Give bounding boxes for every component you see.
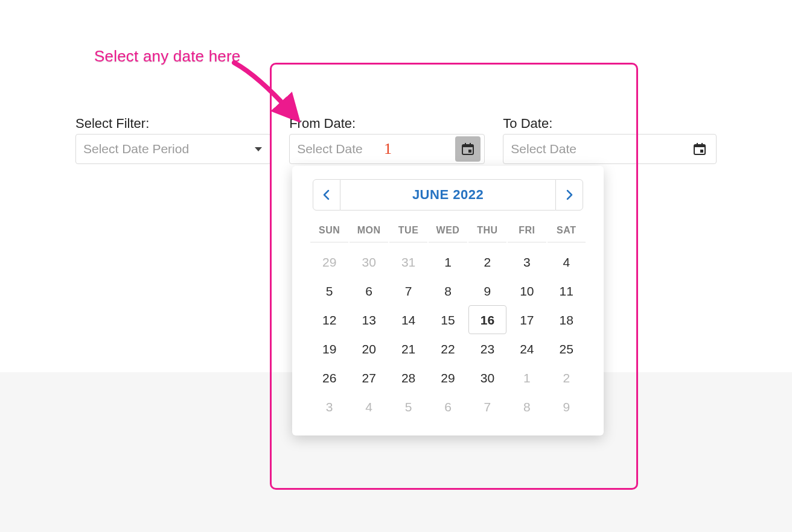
annotation-arrow-icon bbox=[228, 58, 307, 124]
chevron-down-icon bbox=[255, 147, 262, 151]
datepicker-day[interactable]: 4 bbox=[350, 392, 388, 421]
datepicker-day[interactable]: 18 bbox=[548, 305, 586, 334]
svg-rect-8 bbox=[697, 143, 698, 145]
datepicker-day-of-week: MON bbox=[350, 221, 388, 242]
from-date-placeholder: Select Date bbox=[297, 142, 455, 156]
select-date-period-dropdown[interactable]: Select Date Period bbox=[75, 134, 271, 164]
datepicker-day[interactable]: 10 bbox=[508, 276, 546, 305]
datepicker-day-of-week: THU bbox=[468, 221, 506, 242]
svg-rect-3 bbox=[465, 143, 466, 145]
datepicker-day[interactable]: 19 bbox=[310, 334, 348, 363]
datepicker-day[interactable]: 5 bbox=[310, 276, 348, 305]
datepicker-day[interactable]: 28 bbox=[389, 363, 427, 392]
svg-rect-4 bbox=[470, 143, 471, 145]
datepicker-day[interactable]: 6 bbox=[350, 276, 388, 305]
datepicker-day[interactable]: 26 bbox=[310, 363, 348, 392]
datepicker-day[interactable]: 2 bbox=[468, 247, 506, 276]
datepicker-day[interactable]: 16 bbox=[468, 305, 506, 334]
datepicker-day[interactable]: 13 bbox=[350, 305, 388, 334]
svg-rect-9 bbox=[701, 143, 703, 145]
from-date-label: From Date: bbox=[289, 116, 485, 131]
datepicker-day[interactable]: 29 bbox=[429, 363, 467, 392]
svg-rect-6 bbox=[694, 145, 705, 147]
datepicker-day[interactable]: 31 bbox=[389, 247, 427, 276]
datepicker-popup: JUNE 2022 SUNMONTUEWEDTHUFRISAT293031123… bbox=[292, 166, 604, 435]
datepicker-day[interactable]: 6 bbox=[429, 392, 467, 421]
from-date-calendar-button[interactable] bbox=[455, 136, 481, 162]
datepicker-day[interactable]: 8 bbox=[429, 276, 467, 305]
calendar-icon bbox=[461, 142, 475, 156]
chevron-left-icon bbox=[322, 189, 331, 200]
to-date-input[interactable]: Select Date bbox=[503, 134, 717, 164]
datepicker-month-year-button[interactable]: JUNE 2022 bbox=[340, 179, 555, 211]
datepicker-day[interactable]: 12 bbox=[310, 305, 348, 334]
to-date-label: To Date: bbox=[503, 116, 717, 131]
datepicker-day[interactable]: 17 bbox=[508, 305, 546, 334]
datepicker-day[interactable]: 7 bbox=[468, 392, 506, 421]
datepicker-day[interactable]: 29 bbox=[310, 247, 348, 276]
calendar-icon bbox=[692, 142, 707, 156]
datepicker-day[interactable]: 5 bbox=[389, 392, 427, 421]
datepicker-day[interactable]: 14 bbox=[389, 305, 427, 334]
datepicker-day-of-week: TUE bbox=[389, 221, 427, 242]
to-date-calendar-button[interactable] bbox=[687, 136, 712, 162]
datepicker-day-of-week: SAT bbox=[548, 221, 586, 242]
datepicker-day[interactable]: 24 bbox=[508, 334, 546, 363]
svg-rect-7 bbox=[700, 150, 703, 153]
datepicker-day[interactable]: 1 bbox=[508, 363, 546, 392]
from-date-field: From Date: Select Date bbox=[289, 116, 503, 164]
datepicker-grid: SUNMONTUEWEDTHUFRISAT2930311234567891011… bbox=[310, 221, 586, 421]
annotation-step-number: 1 bbox=[384, 140, 392, 158]
to-date-field: To Date: Select Date bbox=[503, 116, 717, 164]
datepicker-header: JUNE 2022 bbox=[313, 179, 583, 211]
datepicker-day[interactable]: 7 bbox=[389, 276, 427, 305]
datepicker-day[interactable]: 20 bbox=[350, 334, 388, 363]
select-date-period-placeholder: Select Date Period bbox=[83, 142, 255, 156]
datepicker-day[interactable]: 30 bbox=[468, 363, 506, 392]
datepicker-day-of-week: SUN bbox=[310, 221, 348, 242]
datepicker-spacer bbox=[310, 242, 586, 247]
datepicker-prev-month-button[interactable] bbox=[313, 179, 340, 211]
datepicker-day[interactable]: 9 bbox=[548, 392, 586, 421]
datepicker-day[interactable]: 1 bbox=[429, 247, 467, 276]
datepicker-day[interactable]: 30 bbox=[350, 247, 388, 276]
svg-rect-1 bbox=[462, 145, 473, 147]
chevron-right-icon bbox=[565, 189, 573, 200]
to-date-placeholder: Select Date bbox=[511, 142, 687, 156]
datepicker-day[interactable]: 27 bbox=[350, 363, 388, 392]
datepicker-day-of-week: FRI bbox=[508, 221, 546, 242]
filters-row: Select Filter: Select Date Period From D… bbox=[75, 116, 717, 164]
datepicker-day[interactable]: 23 bbox=[468, 334, 506, 363]
annotation-callout-text: Select any date here bbox=[94, 47, 241, 66]
datepicker-day[interactable]: 4 bbox=[548, 247, 586, 276]
datepicker-day[interactable]: 3 bbox=[310, 392, 348, 421]
datepicker-day[interactable]: 22 bbox=[429, 334, 467, 363]
datepicker-next-month-button[interactable] bbox=[555, 179, 583, 211]
datepicker-day[interactable]: 8 bbox=[508, 392, 546, 421]
datepicker-day-of-week: WED bbox=[429, 221, 467, 242]
datepicker-day[interactable]: 3 bbox=[508, 247, 546, 276]
datepicker-day[interactable]: 25 bbox=[548, 334, 586, 363]
svg-rect-2 bbox=[468, 150, 471, 153]
datepicker-day[interactable]: 15 bbox=[429, 305, 467, 334]
datepicker-day[interactable]: 2 bbox=[548, 363, 586, 392]
datepicker-day[interactable]: 11 bbox=[548, 276, 586, 305]
datepicker-day[interactable]: 9 bbox=[468, 276, 506, 305]
datepicker-day[interactable]: 21 bbox=[389, 334, 427, 363]
